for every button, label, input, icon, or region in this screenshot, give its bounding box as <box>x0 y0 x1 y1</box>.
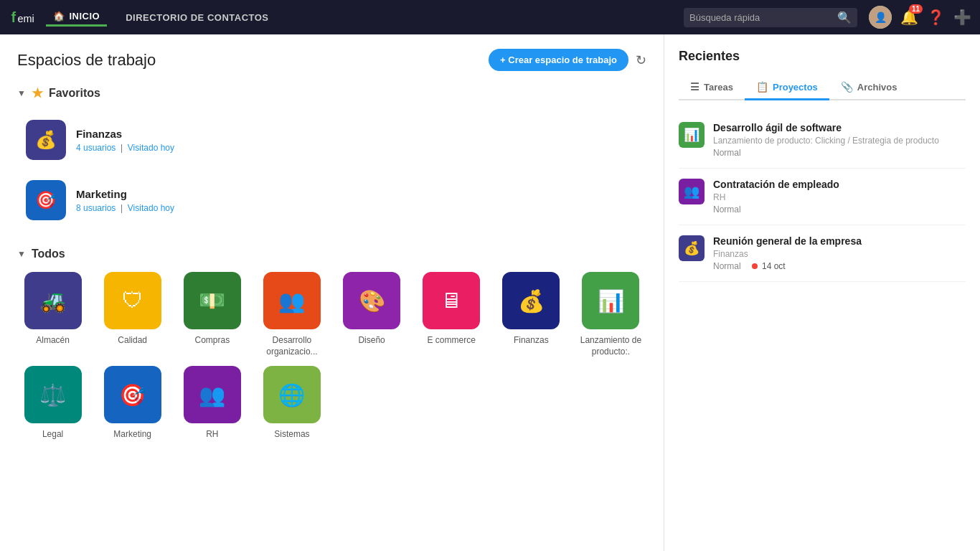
topnav-icons: 👤 🔔 11 ❓ ➕ <box>869 6 971 29</box>
finanzas-meta: 4 usuarios | Visitado hoy <box>76 143 174 153</box>
sistemas-icon: 🌐 <box>263 366 321 423</box>
tareas-tab-label: Tareas <box>704 82 733 93</box>
compras-icon: 💵 <box>184 272 241 329</box>
legal-icon: ⚖️ <box>24 366 82 423</box>
ecommerce-icon: 🖥 <box>423 272 480 329</box>
marketing-ws-label: Marketing <box>113 429 151 441</box>
archivos-tab-label: Archivos <box>857 82 897 93</box>
add-icon[interactable]: ➕ <box>953 9 971 26</box>
workspace-grid: 🚜 Almacén 🛡 Calidad 💵 Compras 👥 Desarrol… <box>17 272 646 441</box>
project2-icon: 👥 <box>679 179 705 204</box>
svg-text:emis: emis <box>18 13 34 24</box>
search-area[interactable]: 🔍 <box>684 8 857 27</box>
home-icon: 🏠 <box>53 11 65 22</box>
overdue-dot <box>752 263 758 269</box>
recent-project-item[interactable]: 📊 Desarrollo ágil de software Lanzamient… <box>679 112 966 169</box>
project1-icon: 📊 <box>679 122 705 148</box>
finanzas-ws-icon: 💰 <box>502 272 560 329</box>
project3-icon: 💰 <box>679 235 705 261</box>
list-item[interactable]: 🖥 E commerce <box>416 272 487 357</box>
todos-section: ▼ Todos 🚜 Almacén 🛡 Calidad 💵 Compras <box>17 248 646 441</box>
topnav: f emis 🏠 INICIO DIRECTORIO DE CONTACTOS … <box>0 0 980 34</box>
list-item[interactable]: 🚜 Almacén <box>17 272 88 357</box>
rh-icon: 👥 <box>184 366 241 423</box>
project3-sub: Finanzas <box>713 249 862 259</box>
right-panel: Recientes ☰ Tareas 📋 Proyectos 📎 Archivo… <box>664 34 980 551</box>
list-item[interactable]: 👥 Desarrollo organizacio... <box>256 272 327 357</box>
calidad-icon: 🛡 <box>104 272 161 329</box>
project2-info: Contratación de empleado RH Normal <box>713 179 839 215</box>
tab-proyectos[interactable]: 📋 Proyectos <box>745 75 829 100</box>
nav-inicio[interactable]: 🏠 INICIO <box>46 8 107 27</box>
marketing-fav-icon: 🎯 <box>26 180 66 220</box>
favorites-list: 💰 Finanzas 4 usuarios | Visitado hoy 🎯 M… <box>17 113 646 227</box>
rh-label: RH <box>206 429 218 441</box>
tab-tareas[interactable]: ☰ Tareas <box>679 75 745 100</box>
lanzamiento-icon: 📊 <box>582 272 639 329</box>
almacen-label: Almacén <box>36 335 70 347</box>
proyectos-tab-icon: 📋 <box>756 81 768 93</box>
help-icon[interactable]: ❓ <box>927 9 945 26</box>
project2-sub: RH <box>713 192 839 202</box>
project2-status: Normal <box>713 204 839 215</box>
notification-bell[interactable]: 🔔 11 <box>900 9 918 26</box>
project2-name: Contratación de empleado <box>713 179 839 190</box>
desarrollo-icon: 👥 <box>263 272 321 329</box>
marketing-name: Marketing <box>76 188 174 200</box>
finanzas-name: Finanzas <box>76 128 174 140</box>
search-icon[interactable]: 🔍 <box>837 11 852 24</box>
tareas-tab-icon: ☰ <box>690 81 699 93</box>
list-item[interactable]: 🎯 Marketing <box>97 366 168 441</box>
archivos-tab-icon: 📎 <box>841 81 853 93</box>
main-container: Espacios de trabajo + Crear espacio de t… <box>0 34 980 551</box>
star-icon: ★ <box>32 85 43 101</box>
list-item[interactable]: ⚖️ Legal <box>17 366 88 441</box>
list-item[interactable]: 🌐 Sistemas <box>256 366 327 441</box>
list-item[interactable]: 💵 Compras <box>176 272 248 357</box>
todos-section-header[interactable]: ▼ Todos <box>17 248 646 260</box>
list-item[interactable]: 💰 Finanzas <box>496 272 567 357</box>
recientes-title: Recientes <box>679 49 966 64</box>
nav-directorio[interactable]: DIRECTORIO DE CONTACTOS <box>118 9 275 26</box>
svg-text:f: f <box>11 9 17 25</box>
list-item[interactable]: 👥 RH <box>176 366 248 441</box>
page-title: Espacios de trabajo <box>17 51 156 70</box>
lanzamiento-label: Lanzamiento de producto:. <box>575 335 646 357</box>
chevron-down-icon: ▼ <box>17 249 26 259</box>
calidad-label: Calidad <box>118 335 147 347</box>
avatar[interactable]: 👤 <box>869 6 892 29</box>
ecommerce-label: E commerce <box>428 335 476 347</box>
compras-label: Compras <box>194 335 230 347</box>
refresh-icon[interactable]: ↻ <box>636 52 646 68</box>
project1-info: Desarrollo ágil de software Lanzamiento … <box>713 122 939 158</box>
almacen-icon: 🚜 <box>24 272 82 329</box>
page-header: Espacios de trabajo + Crear espacio de t… <box>17 49 646 71</box>
marketing-meta: 8 usuarios | Visitado hoy <box>76 203 174 213</box>
project3-info: Reunión general de la empresa Finanzas N… <box>713 235 862 271</box>
project1-status: Normal <box>713 148 939 158</box>
recent-tabs: ☰ Tareas 📋 Proyectos 📎 Archivos <box>679 75 966 100</box>
list-item[interactable]: 💰 Finanzas 4 usuarios | Visitado hoy <box>17 113 646 167</box>
recent-project-item[interactable]: 👥 Contratación de empleado RH Normal <box>679 169 966 225</box>
create-workspace-button[interactable]: + Crear espacio de trabajo <box>489 49 628 71</box>
favorites-section-header[interactable]: ▼ ★ Favoritos <box>17 85 646 101</box>
project1-sub: Lanzamiento de producto: Clicking / Estr… <box>713 136 939 146</box>
project3-date: 14 oct <box>762 261 786 271</box>
sistemas-label: Sistemas <box>274 429 309 441</box>
marketing-fav-info: Marketing 8 usuarios | Visitado hoy <box>76 188 174 213</box>
list-item[interactable]: 🎯 Marketing 8 usuarios | Visitado hoy <box>17 173 646 227</box>
list-item[interactable]: 📊 Lanzamiento de producto:. <box>575 272 646 357</box>
list-item[interactable]: 🛡 Calidad <box>97 272 168 357</box>
search-input[interactable] <box>689 12 833 23</box>
logo[interactable]: f emis <box>9 4 34 30</box>
favorites-label: Favoritos <box>49 87 100 100</box>
recent-project-item[interactable]: 💰 Reunión general de la empresa Finanzas… <box>679 225 966 282</box>
chevron-down-icon: ▼ <box>17 88 26 98</box>
proyectos-tab-label: Proyectos <box>773 82 818 93</box>
marketing-ws-icon: 🎯 <box>104 366 161 423</box>
finanzas-ws-label: Finanzas <box>514 335 549 347</box>
tab-archivos[interactable]: 📎 Archivos <box>829 75 909 100</box>
finanzas-fav-info: Finanzas 4 usuarios | Visitado hoy <box>76 128 174 153</box>
project3-name: Reunión general de la empresa <box>713 235 862 247</box>
list-item[interactable]: 🎨 Diseño <box>336 272 407 357</box>
